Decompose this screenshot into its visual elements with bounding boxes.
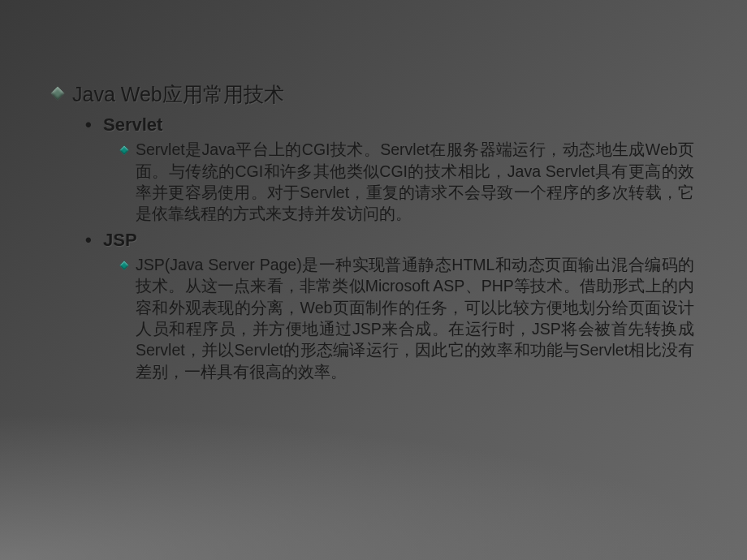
slide-content: Java Web应用常用技术 • Servlet Servlet是Java平台上… bbox=[0, 0, 747, 382]
outline-level-3: Servlet是Java平台上的CGI技术。Servlet在服务器端运行，动态地… bbox=[121, 139, 694, 224]
dot-bullet-icon: • bbox=[85, 230, 100, 251]
section-body: JSP(Java Server Page)是一种实现普通静态HTML和动态页面输… bbox=[136, 254, 694, 382]
outline-level-1: Java Web应用常用技术 • Servlet Servlet是Java平台上… bbox=[53, 81, 694, 382]
section-jsp: • JSP JSP(Java Server Page)是一种实现普通静态HTML… bbox=[85, 230, 694, 382]
slide-title: Java Web应用常用技术 bbox=[72, 81, 694, 108]
title-row: Java Web应用常用技术 bbox=[53, 81, 694, 108]
outline-level-2: • Servlet Servlet是Java平台上的CGI技术。Servlet在… bbox=[85, 114, 694, 382]
section-body: Servlet是Java平台上的CGI技术。Servlet在服务器端运行，动态地… bbox=[136, 139, 694, 224]
section-body-row: Servlet是Java平台上的CGI技术。Servlet在服务器端运行，动态地… bbox=[121, 139, 694, 224]
title-item: Java Web应用常用技术 • Servlet Servlet是Java平台上… bbox=[53, 81, 694, 382]
section-heading: Servlet bbox=[103, 114, 694, 136]
section-heading-row: • JSP bbox=[85, 230, 694, 251]
section-body-row: JSP(Java Server Page)是一种实现普通静态HTML和动态页面输… bbox=[121, 254, 694, 382]
small-diamond-bullet-icon bbox=[119, 146, 128, 155]
section-servlet: • Servlet Servlet是Java平台上的CGI技术。Servlet在… bbox=[85, 114, 694, 225]
section-heading: JSP bbox=[103, 230, 694, 251]
outline-level-3: JSP(Java Server Page)是一种实现普通静态HTML和动态页面输… bbox=[121, 254, 694, 382]
section-body-item: Servlet是Java平台上的CGI技术。Servlet在服务器端运行，动态地… bbox=[121, 139, 694, 224]
diamond-bullet-icon bbox=[51, 87, 65, 101]
section-body-item: JSP(Java Server Page)是一种实现普通静态HTML和动态页面输… bbox=[121, 254, 694, 382]
section-heading-row: • Servlet bbox=[85, 114, 694, 136]
dot-bullet-icon: • bbox=[85, 114, 100, 136]
small-diamond-bullet-icon bbox=[119, 261, 128, 269]
